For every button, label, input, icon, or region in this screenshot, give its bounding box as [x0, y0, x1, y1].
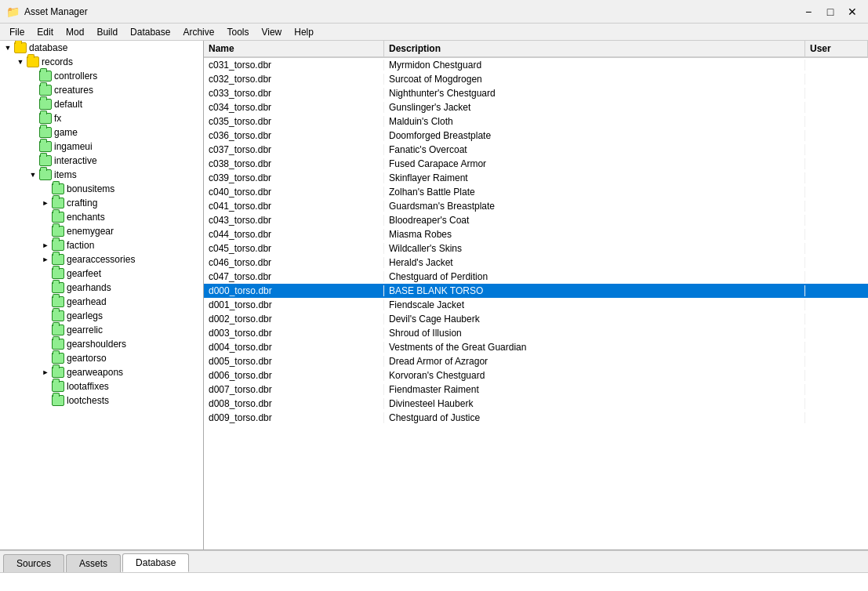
tree-item-game[interactable]: game [0, 125, 203, 140]
list-row[interactable]: d007_torso.dbr Fiendmaster Raiment [204, 383, 868, 397]
maximize-button[interactable]: □ [821, 4, 840, 20]
menu-edit[interactable]: Edit [31, 25, 60, 39]
folder-icon [52, 183, 64, 194]
cell-name: c037_torso.dbr [204, 144, 384, 155]
tree-label: gearaccessories [67, 254, 135, 265]
tree-item-lootchests[interactable]: lootchests [0, 393, 203, 408]
title-text: Asset Manager [24, 6, 799, 17]
list-row[interactable]: d004_torso.dbr Vestments of the Great Gu… [204, 340, 868, 354]
list-row[interactable]: c038_torso.dbr Fused Carapace Armor [204, 157, 868, 171]
list-row[interactable]: d002_torso.dbr Devil's Cage Hauberk [204, 312, 868, 326]
expand-icon [39, 351, 52, 365]
tree-item-gearshoulders[interactable]: gearshoulders [0, 337, 203, 351]
list-row[interactable]: c031_torso.dbr Myrmidon Chestguard [204, 58, 868, 72]
menu-view[interactable]: View [255, 25, 288, 39]
minimize-button[interactable]: − [799, 4, 818, 20]
tree-item-gearweapons[interactable]: ► gearweapons [0, 365, 203, 379]
list-container: c031_torso.dbr Myrmidon Chestguard c032_… [204, 58, 868, 549]
tab-database[interactable]: Database [122, 553, 189, 572]
cell-desc: Fiendmaster Raiment [384, 384, 805, 395]
tree-item-items[interactable]: ▼ items [0, 168, 203, 182]
expand-icon: ▼ [14, 55, 27, 69]
cell-name: c034_torso.dbr [204, 102, 384, 113]
tree-label: lootchests [67, 395, 109, 406]
list-row[interactable]: c039_torso.dbr Skinflayer Raiment [204, 171, 868, 185]
expand-icon [39, 281, 52, 295]
cell-name: d006_torso.dbr [204, 370, 384, 381]
cell-name: c035_torso.dbr [204, 116, 384, 127]
close-button[interactable]: ✕ [843, 4, 862, 20]
tree-item-default[interactable]: default [0, 97, 203, 111]
menu-database[interactable]: Database [124, 25, 176, 39]
folder-icon [52, 381, 64, 392]
cell-name: d008_torso.dbr [204, 398, 384, 409]
menu-archive[interactable]: Archive [176, 25, 220, 39]
list-row[interactable]: c037_torso.dbr Fanatic's Overcoat [204, 143, 868, 157]
cell-desc: Skinflayer Raiment [384, 172, 805, 183]
menu-help[interactable]: Help [288, 25, 320, 39]
folder-icon [52, 268, 64, 279]
cell-name: c033_torso.dbr [204, 88, 384, 99]
tree-container: ▼ database ▼ records controllers creatur… [0, 41, 203, 549]
list-header: Name Description User [204, 41, 868, 58]
col-header-name[interactable]: Name [204, 41, 384, 56]
tree-item-fx[interactable]: fx [0, 111, 203, 125]
menu-tools[interactable]: Tools [220, 25, 255, 39]
list-row[interactable]: c044_torso.dbr Miasma Robes [204, 227, 868, 241]
cell-desc: Chestguard of Perdition [384, 271, 805, 282]
tree-item-enemygear[interactable]: enemygear [0, 224, 203, 238]
tree-item-bonusitems[interactable]: bonusitems [0, 182, 203, 196]
list-row[interactable]: c041_torso.dbr Guardsman's Breastplate [204, 199, 868, 213]
cell-name: c046_torso.dbr [204, 257, 384, 268]
list-row[interactable]: d003_torso.dbr Shroud of Illusion [204, 326, 868, 340]
list-row[interactable]: c046_torso.dbr Herald's Jacket [204, 256, 868, 270]
folder-icon [14, 42, 27, 53]
tree-item-interactive[interactable]: interactive [0, 154, 203, 168]
tab-assets[interactable]: Assets [66, 554, 121, 572]
list-row[interactable]: d006_torso.dbr Korvoran's Chestguard [204, 368, 868, 383]
list-row[interactable]: c032_torso.dbr Surcoat of Mogdrogen [204, 72, 868, 86]
tree-item-gearhead[interactable]: gearhead [0, 295, 203, 309]
list-row[interactable]: c040_torso.dbr Zolhan's Battle Plate [204, 185, 868, 199]
tree-item-gearhands[interactable]: gearhands [0, 281, 203, 295]
tree-item-lootaffixes[interactable]: lootaffixes [0, 379, 203, 393]
tree-item-ingameui[interactable]: ingameui [0, 140, 203, 154]
cell-name: c047_torso.dbr [204, 271, 384, 282]
list-row[interactable]: d005_torso.dbr Dread Armor of Azragor [204, 354, 868, 368]
tree-item-records[interactable]: ▼ records [0, 55, 203, 69]
list-row[interactable]: c047_torso.dbr Chestguard of Perdition [204, 270, 868, 284]
folder-icon [39, 169, 52, 180]
tree-item-controllers[interactable]: controllers [0, 69, 203, 83]
folder-icon [39, 155, 52, 166]
list-row[interactable]: c034_torso.dbr Gunslinger's Jacket [204, 100, 868, 114]
tree-item-crafting[interactable]: ► crafting [0, 196, 203, 210]
tree-item-enchants[interactable]: enchants [0, 210, 203, 224]
tree-item-geartorso[interactable]: geartorso [0, 351, 203, 365]
list-panel: Name Description User c031_torso.dbr Myr… [204, 41, 868, 549]
tree-item-gearfeet[interactable]: gearfeet [0, 266, 203, 281]
tree-item-creatures[interactable]: creatures [0, 83, 203, 97]
menu-file[interactable]: File [3, 25, 31, 39]
list-row[interactable]: c043_torso.dbr Bloodreaper's Coat [204, 213, 868, 227]
list-row[interactable]: d009_torso.dbr Chestguard of Justice [204, 411, 868, 425]
cell-desc: Fanatic's Overcoat [384, 144, 805, 155]
tree-item-faction[interactable]: ► faction [0, 238, 203, 252]
folder-icon [52, 240, 64, 251]
list-row[interactable]: d000_torso.dbr BASE BLANK TORSO [204, 284, 868, 298]
menu-mod[interactable]: Mod [60, 25, 90, 39]
list-row[interactable]: c036_torso.dbr Doomforged Breastplate [204, 129, 868, 143]
list-row[interactable]: c033_torso.dbr Nighthunter's Chestguard [204, 86, 868, 100]
tab-sources[interactable]: Sources [3, 554, 64, 572]
list-row[interactable]: d008_torso.dbr Divinesteel Hauberk [204, 397, 868, 411]
list-row[interactable]: c035_torso.dbr Malduin's Cloth [204, 114, 868, 129]
menu-build[interactable]: Build [90, 25, 124, 39]
list-row[interactable]: c045_torso.dbr Wildcaller's Skins [204, 241, 868, 256]
tree-item-database[interactable]: ▼ database [0, 41, 203, 55]
list-row[interactable]: d001_torso.dbr Fiendscale Jacket [204, 298, 868, 312]
col-header-user[interactable]: User [805, 41, 868, 56]
tree-item-gearrelic[interactable]: gearrelic [0, 323, 203, 337]
tree-item-gearaccessories[interactable]: ► gearaccessories [0, 252, 203, 266]
col-header-desc[interactable]: Description [384, 41, 805, 56]
tree-item-gearlegs[interactable]: gearlegs [0, 309, 203, 323]
tree-label: lootaffixes [67, 381, 109, 392]
